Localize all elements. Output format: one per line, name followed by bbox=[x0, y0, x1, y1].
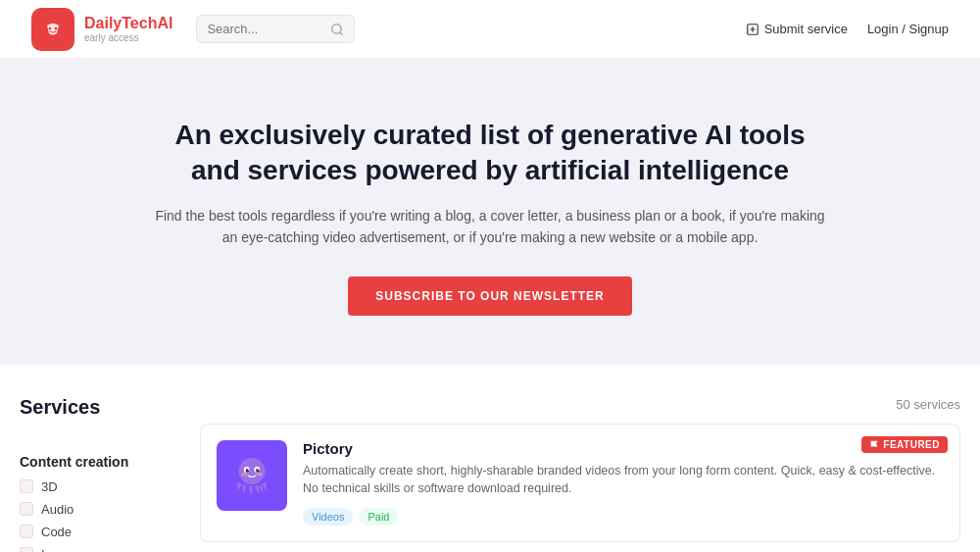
sidebar: Services Content creation 3D Audio Code … bbox=[20, 396, 176, 552]
pictory-name: Pictory bbox=[303, 440, 944, 457]
logo-text: DailyTechAI early access bbox=[84, 15, 172, 43]
submit-service-link[interactable]: Submit service bbox=[746, 22, 848, 36]
svg-point-16 bbox=[257, 472, 263, 476]
pictory-desc: Automatically create short, highly-shara… bbox=[303, 462, 944, 499]
checkbox-images[interactable] bbox=[20, 547, 33, 552]
filter-audio-label: Audio bbox=[41, 502, 74, 517]
svg-point-13 bbox=[248, 469, 250, 471]
login-button[interactable]: Login / Signup bbox=[867, 22, 949, 36]
logo[interactable]: DailyTechAI early access bbox=[31, 8, 172, 51]
flag-icon bbox=[869, 439, 879, 449]
search-input[interactable] bbox=[207, 22, 324, 36]
logo-icon bbox=[31, 8, 74, 51]
content-creation-filter: Content creation 3D Audio Code Images Te… bbox=[20, 454, 176, 552]
header: DailyTechAI early access Submit service … bbox=[0, 0, 980, 59]
filter-images[interactable]: Images bbox=[20, 547, 176, 552]
tag-paid[interactable]: Paid bbox=[359, 508, 398, 526]
services-list: 50 services bbox=[200, 396, 960, 552]
plus-box-icon bbox=[746, 23, 760, 36]
services-title: Services bbox=[20, 396, 100, 419]
svg-point-8 bbox=[239, 458, 266, 484]
checkbox-audio[interactable] bbox=[20, 502, 33, 516]
filter-3d-label: 3D bbox=[41, 479, 58, 494]
pictory-octopus-icon bbox=[222, 446, 281, 505]
hero-headline: An exclusively curated list of generativ… bbox=[147, 118, 833, 189]
main-content: Services Content creation 3D Audio Code … bbox=[0, 365, 980, 552]
svg-point-14 bbox=[258, 469, 260, 471]
pictory-logo bbox=[217, 440, 287, 511]
svg-point-11 bbox=[246, 468, 250, 472]
hero-subtext: Find the best tools regardless if you're… bbox=[147, 205, 833, 249]
logo-subtitle: early access bbox=[84, 32, 172, 43]
pictory-info: Pictory Automatically create short, high… bbox=[303, 440, 944, 527]
hero-section: An exclusively curated list of generativ… bbox=[0, 59, 980, 365]
filter-code[interactable]: Code bbox=[20, 525, 176, 539]
services-count: 50 services bbox=[896, 397, 960, 412]
svg-line-4 bbox=[340, 31, 343, 34]
search-bar[interactable] bbox=[196, 15, 355, 43]
checkbox-3d[interactable] bbox=[20, 479, 33, 493]
service-card-pictory: Pictory Automatically create short, high… bbox=[200, 424, 960, 543]
svg-point-12 bbox=[256, 468, 260, 472]
svg-point-15 bbox=[242, 472, 248, 476]
tag-videos[interactable]: Videos bbox=[303, 508, 353, 526]
header-right: Submit service Login / Signup bbox=[746, 22, 949, 36]
logo-title: DailyTechAI bbox=[84, 15, 172, 32]
svg-point-1 bbox=[49, 26, 52, 29]
content-creation-label: Content creation bbox=[20, 454, 176, 470]
search-icon bbox=[330, 23, 344, 36]
filter-3d[interactable]: 3D bbox=[20, 479, 176, 494]
svg-point-2 bbox=[55, 26, 58, 29]
filter-code-label: Code bbox=[41, 525, 72, 539]
pictory-featured-badge: FEATURED bbox=[861, 436, 948, 453]
filter-audio[interactable]: Audio bbox=[20, 502, 176, 517]
checkbox-code[interactable] bbox=[20, 525, 33, 538]
services-header: Services bbox=[20, 396, 176, 438]
filter-images-label: Images bbox=[41, 547, 83, 552]
logo-svg bbox=[39, 16, 67, 43]
newsletter-button[interactable]: SUBSCRIBE TO OUR NEWSLETTER bbox=[348, 276, 631, 316]
submit-service-label: Submit service bbox=[764, 22, 848, 36]
pictory-tags: Videos Paid bbox=[303, 508, 944, 526]
